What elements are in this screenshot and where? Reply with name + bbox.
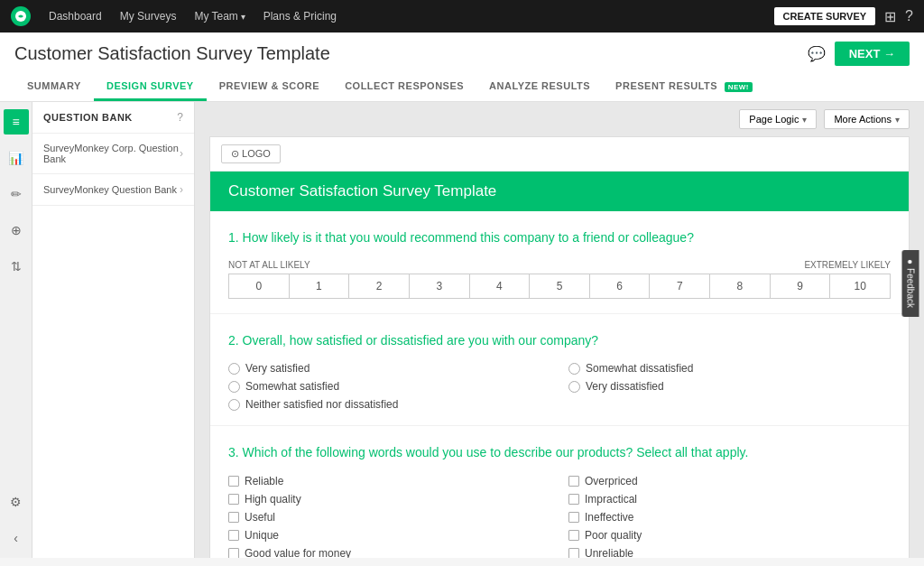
main-layout: ≡ 📊 ✏ ⊕ ⇅ ⚙ ‹ QUESTION BANK ? SurveyMonk… xyxy=(0,102,924,558)
grid-icon[interactable]: ⊞ xyxy=(884,8,896,25)
radio-circle xyxy=(228,381,240,393)
question-bank-title: QUESTION BANK xyxy=(43,112,133,123)
survey-title: Customer Satisfaction Survey Template xyxy=(228,182,496,199)
nps-cell-7[interactable]: 7 xyxy=(650,274,710,298)
nps-labels: NOT AT ALL LIKELY EXTREMELY LIKELY xyxy=(228,260,891,270)
cb-high-quality[interactable]: High quality xyxy=(228,493,550,506)
checkbox-square xyxy=(568,512,579,523)
cb-unique[interactable]: Unique xyxy=(228,529,550,542)
nps-scale: NOT AT ALL LIKELY EXTREMELY LIKELY 0 1 2… xyxy=(228,260,891,299)
survey-card: ⊙ LOGO Customer Satisfaction Survey Temp… xyxy=(209,136,910,558)
nps-cell-10[interactable]: 10 xyxy=(830,274,890,298)
nav-my-team[interactable]: My Team xyxy=(194,10,245,23)
logo[interactable] xyxy=(11,6,31,26)
radio-circle xyxy=(228,363,240,375)
sidebar-icon-questions[interactable]: ≡ xyxy=(4,109,29,135)
checkbox-square xyxy=(568,476,579,487)
checkbox-square xyxy=(228,530,239,541)
nps-cell-5[interactable]: 5 xyxy=(530,274,590,298)
radio-grid-q2: Very satisfied Somewhat dissatisfied Som… xyxy=(228,362,891,411)
nav-right: CREATE SURVEY ⊞ ? xyxy=(774,7,913,25)
nav-dashboard[interactable]: Dashboard xyxy=(49,10,102,23)
sidebar-icon-settings[interactable]: ⚙ xyxy=(4,489,29,515)
checkbox-square xyxy=(228,476,239,487)
survey-logo-bar: ⊙ LOGO xyxy=(210,137,909,172)
radio-circle xyxy=(228,399,240,411)
question-bank-panel: QUESTION BANK ? SurveyMonkey Corp. Quest… xyxy=(32,102,195,558)
nav-my-surveys[interactable]: My Surveys xyxy=(120,10,177,23)
question-2-text: 2. Overall, how satisfied or dissatisfie… xyxy=(228,332,891,350)
cb-useful[interactable]: Useful xyxy=(228,511,550,524)
cb-good-value[interactable]: Good value for money xyxy=(228,547,550,558)
page-title-row: Customer Satisfaction Survey Template 💬 … xyxy=(14,42,910,66)
nps-cell-8[interactable]: 8 xyxy=(710,274,771,298)
tab-present-results[interactable]: PRESENT RESULTS NEW! xyxy=(603,73,765,101)
nps-label-right: EXTREMELY LIKELY xyxy=(804,260,891,270)
tab-bar: SUMMARY DESIGN SURVEY PREVIEW & SCORE CO… xyxy=(14,73,910,101)
tab-preview-score[interactable]: PREVIEW & SCORE xyxy=(207,73,332,101)
nps-label-left: NOT AT ALL LIKELY xyxy=(228,260,310,270)
question-3-text: 3. Which of the following words would yo… xyxy=(228,444,891,462)
question-1-block: 1. How likely is it that you would recom… xyxy=(210,211,909,314)
radio-option-neither[interactable]: Neither satisfied nor dissatisfied xyxy=(228,398,891,411)
tab-summary[interactable]: SUMMARY xyxy=(14,73,94,101)
feedback-icon: ● xyxy=(906,259,916,264)
qb-item-general[interactable]: SurveyMonkey Question Bank › xyxy=(32,174,194,206)
cb-poor-quality[interactable]: Poor quality xyxy=(568,529,891,542)
sidebar-icon-collapse[interactable]: ‹ xyxy=(4,525,29,551)
sidebar-icons: ≡ 📊 ✏ ⊕ ⇅ ⚙ ‹ xyxy=(0,102,32,558)
sidebar-icon-add[interactable]: ⊕ xyxy=(4,218,29,243)
nav-plans[interactable]: Plans & Pricing xyxy=(263,10,337,23)
qb-item-corp[interactable]: SurveyMonkey Corp. Question Bank › xyxy=(32,134,194,174)
radio-circle xyxy=(568,381,580,393)
nps-cells: 0 1 2 3 4 5 6 7 8 9 10 xyxy=(228,274,891,299)
survey-canvas-area: Page Logic More Actions ⊙ LOGO Customer … xyxy=(195,102,924,558)
nps-cell-1[interactable]: 1 xyxy=(290,274,350,298)
checkbox-square xyxy=(228,494,239,505)
cb-unreliable[interactable]: Unreliable xyxy=(568,547,891,558)
tab-analyze-results[interactable]: ANALYZE RESULTS xyxy=(476,73,603,101)
radio-option-somewhat-satisfied[interactable]: Somewhat satisfied xyxy=(228,380,550,393)
tab-collect-responses[interactable]: COLLECT RESPONSES xyxy=(332,73,476,101)
feedback-tab[interactable]: ● Feedback xyxy=(902,250,919,317)
page-header: Customer Satisfaction Survey Template 💬 … xyxy=(0,32,924,102)
question-bank-help-icon[interactable]: ? xyxy=(177,111,183,124)
next-button[interactable]: NEXT → xyxy=(835,42,910,66)
cb-overpriced[interactable]: Overpriced xyxy=(568,475,891,487)
help-icon[interactable]: ? xyxy=(905,8,913,24)
nps-cell-9[interactable]: 9 xyxy=(771,274,831,298)
sidebar-icon-reorder[interactable]: ⇅ xyxy=(4,254,29,279)
nav-left: Dashboard My Surveys My Team Plans & Pri… xyxy=(11,6,337,26)
more-actions-button[interactable]: More Actions xyxy=(824,109,910,129)
question-1-text: 1. How likely is it that you would recom… xyxy=(228,229,891,247)
survey-title-bar: Customer Satisfaction Survey Template xyxy=(210,172,909,211)
sidebar-icon-analytics[interactable]: 📊 xyxy=(4,145,29,171)
cb-reliable[interactable]: Reliable xyxy=(228,475,550,487)
cb-ineffective[interactable]: Ineffective xyxy=(568,511,891,524)
nps-cell-2[interactable]: 2 xyxy=(349,274,410,298)
sidebar-icon-edit[interactable]: ✏ xyxy=(4,181,29,207)
nps-cell-6[interactable]: 6 xyxy=(590,274,651,298)
checkbox-square xyxy=(228,548,239,558)
radio-option-very-satisfied[interactable]: Very satisfied xyxy=(228,362,550,375)
create-survey-button[interactable]: CREATE SURVEY xyxy=(774,7,876,25)
checkbox-square xyxy=(228,512,239,523)
checkbox-square xyxy=(568,530,579,541)
nps-cell-4[interactable]: 4 xyxy=(470,274,531,298)
checkbox-square xyxy=(568,494,579,505)
radio-option-very-dissatisfied[interactable]: Very dissatisfied xyxy=(568,380,891,393)
page-logic-button[interactable]: Page Logic xyxy=(739,109,817,129)
question-2-block: 2. Overall, how satisfied or dissatisfie… xyxy=(210,314,909,427)
checkbox-square xyxy=(568,548,579,558)
checkbox-grid-q3: Reliable Overpriced High quality Impract… xyxy=(228,475,891,558)
canvas-toolbar: Page Logic More Actions xyxy=(195,102,924,136)
comment-icon[interactable]: 💬 xyxy=(808,45,826,62)
tab-design-survey[interactable]: DESIGN SURVEY xyxy=(94,73,207,101)
radio-option-somewhat-dissatisfied[interactable]: Somewhat dissatisfied xyxy=(568,362,891,375)
nps-cell-0[interactable]: 0 xyxy=(229,274,290,298)
question-bank-header: QUESTION BANK ? xyxy=(32,102,194,134)
logo-button[interactable]: ⊙ LOGO xyxy=(221,144,281,163)
cb-impractical[interactable]: Impractical xyxy=(568,493,891,506)
qb-item-arrow: › xyxy=(180,147,183,160)
nps-cell-3[interactable]: 3 xyxy=(410,274,470,298)
